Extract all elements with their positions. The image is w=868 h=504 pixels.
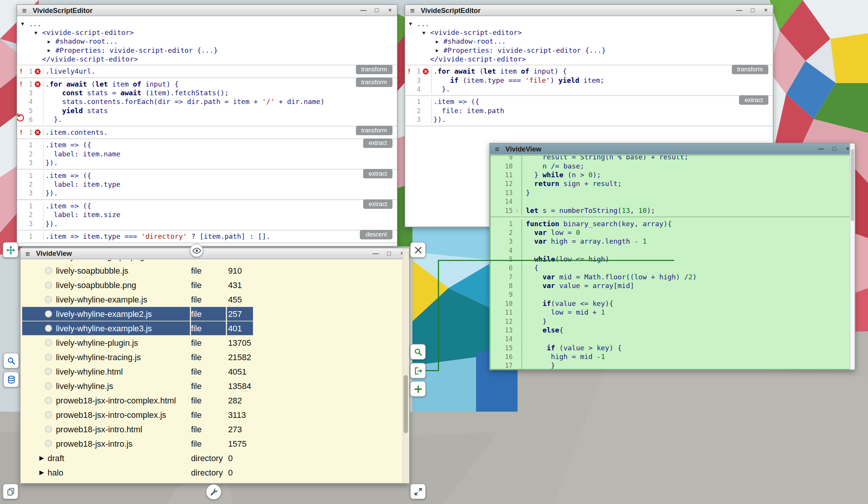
scrollbar[interactable]	[402, 249, 408, 482]
code-line[interactable]: 3}).	[17, 159, 397, 167]
window-titlebar[interactable]: ≡ VivideView — □ ×	[490, 143, 855, 154]
code-line[interactable]: !1.item.contents.	[17, 128, 397, 137]
code-line[interactable]: 4 }.	[405, 85, 773, 93]
code-line[interactable]: 9	[490, 290, 854, 299]
maximize-button[interactable]: □	[385, 250, 392, 257]
close-button[interactable]: ×	[386, 7, 394, 13]
code-line[interactable]: 15⚠let s = numberToString(13, 10);	[490, 206, 854, 215]
code-line[interactable]: 3 const stats = await (item).fetchStats(…	[17, 89, 397, 98]
resize-halo-button[interactable]	[410, 484, 426, 499]
dom-tree-line[interactable]: ▶#Properties: vivide-script-editor {...}	[17, 46, 397, 55]
scrollbar-thumb[interactable]	[403, 375, 408, 433]
script-step-section[interactable]: 1.item => ({2 label: item.type3}).extrac…	[17, 170, 397, 200]
code-line[interactable]: 4	[490, 246, 854, 255]
data-source-halo-button[interactable]	[3, 372, 19, 387]
code-line[interactable]: 1function binary_search(key, array){	[490, 219, 854, 228]
dom-tree-line[interactable]: ▼...	[17, 19, 397, 28]
expand-triangle-icon[interactable]: ▶	[39, 454, 48, 461]
file-row[interactable]: lively-whyline-tracing.jsfile21582	[20, 350, 409, 364]
file-row[interactable]: lively-whyline-example3.jsfile401	[20, 321, 409, 335]
dom-tree-line[interactable]: </vivide-script-editor>	[17, 55, 397, 63]
window-vivide-view-files[interactable]: ≡ VivideView — □ × lively-module-graph.p…	[20, 248, 410, 484]
code-line[interactable]: 12 return sign + result;	[490, 180, 854, 188]
script-step-section[interactable]: !1.for await (let item of input) {3 cons…	[17, 78, 397, 126]
window-menu-icon[interactable]: ≡	[493, 145, 501, 153]
code-line[interactable]: 6 {	[490, 264, 854, 272]
code-line[interactable]: 1.item => ({	[405, 98, 773, 106]
dom-tree-line[interactable]: ▶#shadow-root...	[17, 37, 397, 46]
close-halo-button[interactable]	[410, 242, 426, 258]
file-row[interactable]: lively-soapbubble.jsfile910	[20, 263, 409, 277]
file-row[interactable]: lively-whyline.htmlfile4051	[20, 364, 409, 378]
code-line[interactable]: 6 }.	[17, 115, 397, 124]
tree-expand-icon[interactable]: ▶	[48, 38, 55, 46]
dom-tree-line[interactable]: ▶#shadow-root...	[405, 37, 773, 46]
file-row[interactable]: lively-whyline-example2.jsfile257	[20, 306, 409, 321]
code-line[interactable]: 3 if (item.type === 'file') yield item;	[405, 76, 773, 85]
code-line[interactable]: 3}).	[17, 219, 397, 228]
script-step-section[interactable]: !1.for await (let item of input) {3 if (…	[405, 65, 773, 96]
code-line[interactable]: 1.item => ({	[17, 141, 397, 150]
search-halo-button[interactable]	[3, 353, 19, 369]
file-row[interactable]: lively-module-graph.pngfile4704	[20, 260, 409, 263]
code-line[interactable]: 2 label: item.type	[17, 180, 397, 189]
file-row[interactable]: proweb18-jsx-intro.jsfile1575	[20, 436, 409, 450]
file-row[interactable]: lively-whyline.jsfile13584	[20, 378, 409, 393]
maximize-button[interactable]: □	[831, 146, 838, 152]
file-row[interactable]: proweb18-jsx-intro.htmlfile273	[20, 422, 409, 436]
code-line[interactable]: 2 file: item.path	[405, 106, 773, 115]
file-row[interactable]: index.htmlfile221	[20, 479, 409, 483]
window-menu-icon[interactable]: ≡	[20, 6, 28, 14]
minimize-button[interactable]: —	[736, 7, 743, 13]
script-step-section[interactable]: 1.item => item.type === 'directory' ? [i…	[17, 230, 397, 243]
tree-expand-icon[interactable]: ▶	[436, 38, 443, 46]
move-halo-button[interactable]	[3, 242, 18, 258]
minimize-button[interactable]: —	[818, 146, 825, 152]
tree-collapse-icon[interactable]: ▼	[409, 20, 417, 28]
tree-collapse-icon[interactable]: ▼	[35, 29, 42, 37]
window-titlebar[interactable]: ≡ VivideScriptEditor — □ ×	[405, 5, 773, 16]
code-line[interactable]: 13}	[490, 188, 854, 197]
file-row[interactable]: ▶halodirectory0	[20, 465, 409, 479]
window-titlebar[interactable]: ≡ VivideView — □ ×	[20, 248, 409, 259]
code-line[interactable]: 14	[490, 335, 854, 343]
close-button[interactable]: ×	[762, 7, 769, 13]
dom-tree-line[interactable]: ▼<vivide-script-editor>	[17, 28, 397, 37]
code-line[interactable]: !1.for await (let item of input) {	[405, 67, 773, 76]
code-line[interactable]: !1.for await (let item of input) {	[17, 80, 397, 88]
code-line[interactable]: 1.item => item.type === 'directory' ? [i…	[17, 232, 397, 241]
code-line[interactable]: 3}).	[17, 189, 397, 198]
dom-tree-line[interactable]: </vivide-script-editor>	[405, 55, 773, 63]
minimize-button[interactable]: —	[360, 7, 367, 13]
code-line[interactable]: 8 var value = array[mid]	[490, 282, 854, 290]
file-row[interactable]: proweb18-jsx-intro-complex.jsfile3113	[20, 407, 409, 422]
window-vivide-script-editor-1[interactable]: ≡ VivideScriptEditor — □ × ▼...▼<vivide-…	[17, 5, 397, 247]
file-row[interactable]: lively-soapbubble.pngfile431	[20, 277, 409, 292]
code-line[interactable]: 2 label: item.name	[17, 150, 397, 158]
code-line[interactable]: 14	[490, 197, 854, 206]
script-step-section[interactable]: 1.item => ({2 label: item.size3}).extrac…	[17, 200, 397, 230]
eye-halo-button[interactable]	[190, 244, 203, 257]
window-menu-icon[interactable]: ≡	[24, 250, 31, 257]
code-line[interactable]: 4 stats.contents.forEach(dir => dir.path…	[17, 98, 397, 106]
code-line[interactable]: 2 var low = 0	[490, 228, 854, 237]
add-view-halo-button[interactable]	[410, 381, 426, 397]
scrollbar[interactable]	[850, 143, 855, 370]
code-line[interactable]: !1.lively4url.	[17, 67, 397, 76]
script-step-section[interactable]: 1.item => ({2 file: item.path3}).extract	[405, 96, 773, 126]
code-line[interactable]: 9 result = String(n % base) + result;	[490, 155, 854, 162]
maximize-button[interactable]: □	[373, 7, 380, 13]
window-titlebar[interactable]: ≡ VivideScriptEditor — □ ×	[17, 5, 397, 16]
dom-tree-line[interactable]: ▼...	[405, 19, 773, 28]
expand-triangle-icon[interactable]: ▶	[39, 468, 48, 476]
code-line[interactable]: 13 else{	[490, 326, 854, 334]
wrench-halo-button[interactable]	[206, 484, 221, 500]
minimize-button[interactable]: —	[372, 250, 379, 257]
inspect-halo-button[interactable]	[410, 344, 426, 360]
tree-expand-icon[interactable]: ▶	[436, 47, 443, 55]
tree-collapse-icon[interactable]: ▼	[21, 20, 28, 28]
script-step-section[interactable]: !1.item.contents.transform	[17, 126, 397, 139]
code-line[interactable]: 1.item => ({	[17, 171, 397, 180]
code-line[interactable]: 11 low = mid + 1	[490, 308, 854, 317]
code-line[interactable]: 5 while(low <= high)	[490, 255, 854, 264]
